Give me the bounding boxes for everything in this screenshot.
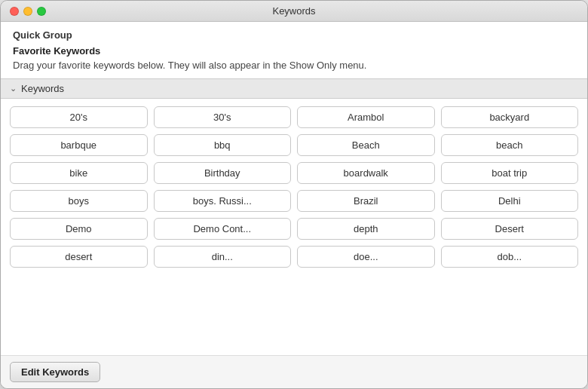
- keyword-button[interactable]: 30's: [154, 106, 292, 128]
- content-area: Quick Group Favorite Keywords Drag your …: [1, 22, 587, 355]
- favorite-keywords-title: Favorite Keywords: [13, 45, 575, 57]
- keyword-button[interactable]: Demo: [10, 218, 148, 240]
- traffic-lights: [10, 7, 46, 16]
- keyword-button[interactable]: 20's: [10, 106, 148, 128]
- keyword-button[interactable]: boat trip: [441, 162, 579, 184]
- keywords-section-label: Keywords: [21, 83, 64, 94]
- quick-group-title: Quick Group: [13, 29, 575, 41]
- keyword-button[interactable]: Desert: [441, 218, 579, 240]
- quick-group-section: Quick Group Favorite Keywords Drag your …: [1, 22, 587, 78]
- keyword-button[interactable]: boys. Russi...: [154, 190, 292, 212]
- keyword-button[interactable]: din...: [154, 246, 292, 268]
- keywords-window: Keywords Quick Group Favorite Keywords D…: [0, 0, 588, 389]
- close-button[interactable]: [10, 7, 19, 16]
- minimize-button[interactable]: [23, 7, 32, 16]
- keyword-button[interactable]: depth: [297, 218, 435, 240]
- keywords-section-header[interactable]: ⌄ Keywords: [1, 78, 587, 99]
- chevron-down-icon: ⌄: [10, 84, 17, 93]
- keyword-button[interactable]: desert: [10, 246, 148, 268]
- keyword-button[interactable]: backyard: [441, 106, 579, 128]
- keyword-button[interactable]: Arambol: [297, 106, 435, 128]
- keyword-button[interactable]: bike: [10, 162, 148, 184]
- keyword-button[interactable]: Brazil: [297, 190, 435, 212]
- window-title: Keywords: [272, 5, 315, 17]
- keyword-button[interactable]: doe...: [297, 246, 435, 268]
- keyword-button[interactable]: bbq: [154, 134, 292, 156]
- keyword-button[interactable]: barbque: [10, 134, 148, 156]
- keyword-button[interactable]: dob...: [441, 246, 579, 268]
- title-bar: Keywords: [1, 1, 587, 22]
- keyword-button[interactable]: boardwalk: [297, 162, 435, 184]
- keywords-grid-container[interactable]: 20's30'sArambolbackyardbarbquebbqBeachbe…: [1, 99, 587, 355]
- keyword-button[interactable]: boys: [10, 190, 148, 212]
- keyword-button[interactable]: Delhi: [441, 190, 579, 212]
- edit-keywords-button[interactable]: Edit Keywords: [10, 362, 100, 382]
- maximize-button[interactable]: [37, 7, 46, 16]
- favorite-keywords-description: Drag your favorite keywords below. They …: [13, 59, 575, 72]
- footer: Edit Keywords: [1, 355, 587, 388]
- keyword-button[interactable]: Demo Cont...: [154, 218, 292, 240]
- keyword-button[interactable]: Birthday: [154, 162, 292, 184]
- keyword-button[interactable]: beach: [441, 134, 579, 156]
- keyword-button[interactable]: Beach: [297, 134, 435, 156]
- keywords-grid: 20's30'sArambolbackyardbarbquebbqBeachbe…: [10, 106, 578, 268]
